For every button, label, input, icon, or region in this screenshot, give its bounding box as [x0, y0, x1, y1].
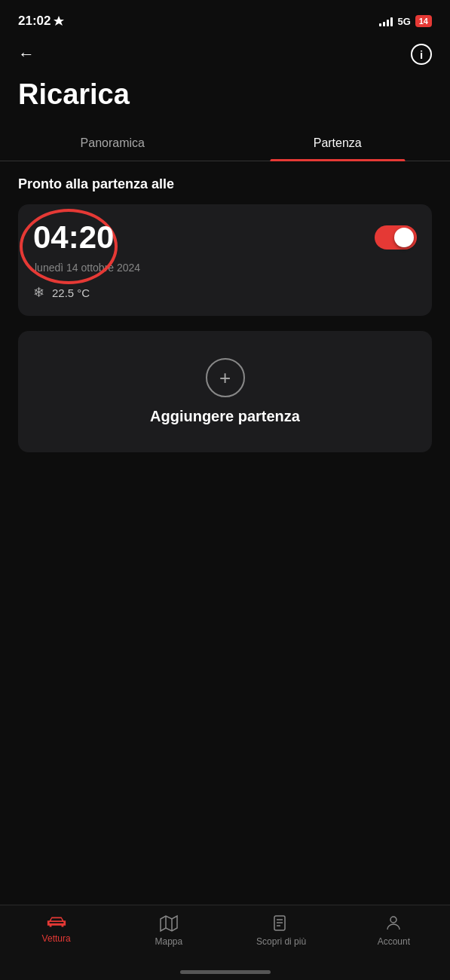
plus-icon: + [219, 368, 231, 387]
departure-date: lunedì 14 ottobre 2024 [33, 262, 417, 274]
car-icon [46, 914, 67, 929]
nav-label-mappa: Mappa [155, 936, 183, 947]
status-bar: 21:02 5G 14 [0, 0, 450, 38]
departure-time-row: 04:20 [33, 219, 417, 256]
section-heading: Pronto alla partenza alle [0, 176, 450, 204]
page-title: Ricarica [0, 71, 450, 126]
home-indicator [180, 970, 271, 974]
snowflake-icon: ❄ [33, 284, 44, 301]
departure-time: 04:20 [33, 219, 114, 256]
signal-icon [379, 16, 393, 26]
tab-panoramica[interactable]: Panoramica [0, 126, 225, 161]
location-icon [54, 16, 64, 26]
back-button[interactable]: ← [18, 44, 35, 64]
network-label: 5G [397, 16, 410, 27]
person-icon [384, 914, 403, 933]
info-button[interactable]: i [411, 44, 432, 65]
status-right: 5G 14 [379, 15, 432, 27]
add-departure-card[interactable]: + Aggiungere partenza [18, 331, 432, 452]
nav-item-vettura[interactable]: Vettura [30, 914, 83, 944]
toggle-track [375, 225, 417, 250]
departure-card: 04:20 lunedì 14 ottobre 2024 ❄ 22.5 °C [18, 204, 432, 316]
add-departure-label: Aggiungere partenza [150, 408, 300, 425]
status-time: 21:02 [18, 14, 64, 29]
svg-point-7 [390, 917, 396, 923]
add-circle-icon: + [206, 358, 245, 397]
nav-label-account: Account [378, 936, 410, 947]
time-wrapper: 04:20 [33, 219, 114, 256]
nav-label-vettura: Vettura [42, 933, 71, 944]
battery-badge: 14 [415, 15, 432, 27]
tab-partenza[interactable]: Partenza [225, 126, 451, 161]
bottom-nav: Vettura Mappa Scopri di più Account [0, 905, 450, 980]
tabs: Panoramica Partenza [0, 126, 450, 161]
nav-item-mappa[interactable]: Mappa [142, 914, 195, 947]
nav-header: ← i [0, 38, 450, 71]
svg-marker-0 [161, 916, 177, 931]
departure-temp: ❄ 22.5 °C [33, 284, 417, 301]
nav-item-scopri[interactable]: Scopri di più [255, 914, 308, 947]
toggle-thumb [394, 228, 414, 247]
bookmark-icon [272, 914, 290, 933]
nav-label-scopri: Scopri di più [256, 936, 306, 947]
departure-toggle[interactable] [375, 225, 417, 250]
nav-item-account[interactable]: Account [367, 914, 420, 947]
map-icon [160, 914, 178, 933]
